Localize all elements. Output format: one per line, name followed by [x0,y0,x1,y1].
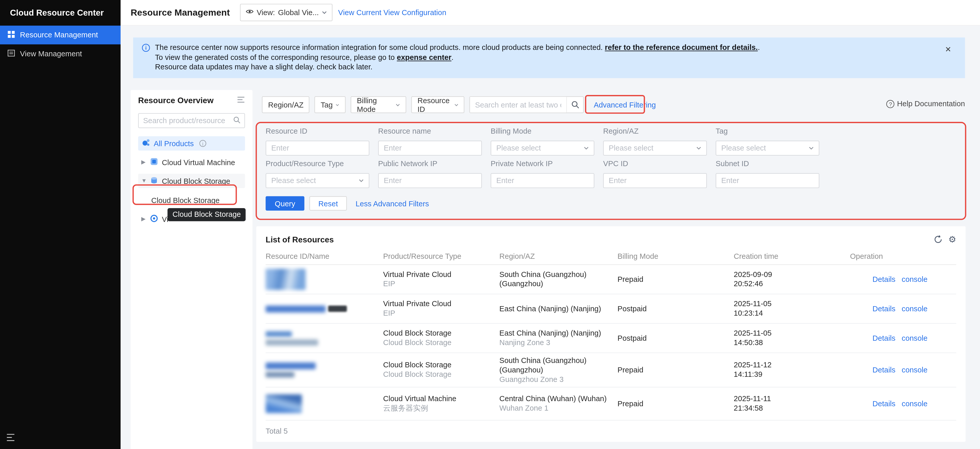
resource-name-input[interactable] [378,140,482,156]
creation-cell: 2025-11-05 10:23:14 [734,295,850,323]
chevron-down-icon [322,10,327,15]
resource-search-box [469,96,584,113]
column-header: Creation time [734,252,850,260]
billing-mode-select[interactable]: Please select [490,140,594,156]
banner-line1-period: . [758,43,760,52]
advanced-filter-panel: Resource ID Resource name Billing Mode P… [266,127,819,192]
tree-item-all-products[interactable]: All Products i [138,136,245,151]
details-link[interactable]: Details [872,365,896,375]
view-select[interactable]: View: Global Vie... [240,4,332,21]
filter-dropdown-resource-id[interactable]: Resource ID [411,96,465,113]
tree-item-cloud-block-storage[interactable]: ▼ Cloud Block Storage [138,174,245,188]
region-cell: South China (Guangzhou) (Guangzhou) [500,265,617,294]
details-link[interactable]: Details [872,275,896,284]
billing-mode: Postpaid [617,333,727,343]
search-icon[interactable] [233,116,241,126]
banner-expense-center-link[interactable]: expense center [397,53,451,61]
created-time: 20:52:46 [734,279,844,289]
region-az-select[interactable]: Please select [603,140,707,156]
details-link[interactable]: Details [872,399,896,409]
filter-dropdown-billing-mode[interactable]: Billing Mode [351,96,406,113]
caret-right-icon[interactable]: ▶ [141,216,146,222]
creation-cell: 2025-11-11 21:34:58 [734,388,850,420]
chevron-down-icon [809,146,814,151]
creation-cell: 2025-11-05 14:50:38 [734,324,850,352]
banner-reference-doc-link[interactable]: refer to the reference document for deta… [605,43,758,52]
resource-id-input[interactable] [266,140,369,156]
product-name: Virtual Private Cloud [383,299,493,309]
billing-cell: Prepaid [617,388,734,420]
operation-cell: Details console [850,388,956,420]
product-cell: Cloud Virtual Machine 云服务器实例 [383,388,500,420]
product-search-input[interactable] [139,116,233,125]
redacted-resource-name [266,306,326,312]
billing-cell: Postpaid [617,295,734,323]
tree-item-label: Cloud Virtual Machine [162,158,235,166]
refresh-icon[interactable] [934,235,943,244]
reset-button[interactable]: Reset [309,196,347,211]
tag-select[interactable]: Please select [716,140,819,156]
tree-item-cloud-virtual-machine[interactable]: ▶ Cloud Virtual Machine [138,155,245,169]
resource-name-cell [266,353,383,387]
resource-overview-title: Resource Overview [138,96,214,105]
view-config-link[interactable]: View Current View Configuration [338,8,446,17]
banner-line-3: Resource data updates may have a slight … [155,62,939,72]
product-search-box [138,113,245,128]
sidebar-collapse-icon[interactable] [6,433,16,442]
vpc-id-input[interactable] [603,173,707,188]
filter-dropdown-region-az[interactable]: Region/AZ [262,96,310,113]
details-link[interactable]: Details [872,333,896,343]
field-resource-name: Resource name [378,127,482,156]
page-title: Resource Management [130,8,230,18]
console-link[interactable]: console [902,333,928,343]
region-cell: Central China (Wuhan) (Wuhan) Wuhan Zone… [500,388,617,420]
sidebar-item-view-management[interactable]: View Management [0,44,121,63]
product-type-select[interactable]: Please select [266,173,369,188]
resource-search-input[interactable] [470,97,566,112]
creation-cell: 2025-09-09 20:52:46 [734,265,850,294]
view-select-label: View: [257,8,275,17]
filter-dropdown-tag[interactable]: Tag [314,96,345,113]
private-ip-input[interactable] [490,173,594,188]
app-title: Cloud Resource Center [0,0,121,25]
console-link[interactable]: console [902,365,928,375]
info-circle-icon[interactable]: i [199,140,206,147]
caret-down-icon[interactable]: ▼ [141,178,146,184]
tree-settings-icon[interactable] [237,96,245,105]
console-link[interactable]: console [902,399,928,409]
help-documentation-link[interactable]: ? Help Documentation [886,99,965,108]
close-icon[interactable]: ✕ [945,45,951,78]
region-zone: Nanjing Zone 3 [500,338,611,348]
field-label: Subnet ID [716,159,819,168]
caret-right-icon[interactable]: ▶ [141,159,146,165]
region-cell: East China (Nanjing) (Nanjing) [500,295,617,323]
redacted-resource-name [266,394,302,413]
filter-dropdown-label: Region/AZ [268,100,303,109]
subnet-id-input[interactable] [716,173,819,188]
console-link[interactable]: console [902,304,928,314]
field-subnet-id: Subnet ID [716,159,819,188]
field-label: Resource ID [266,127,369,136]
operation-cell: Details console [850,265,956,294]
search-icon[interactable] [566,97,583,112]
advanced-filtering-link[interactable]: Advanced Filtering [594,100,656,109]
chevron-down-icon [396,102,400,107]
details-link[interactable]: Details [872,304,896,314]
column-header: Resource ID/Name [266,252,383,260]
region-line: East China (Nanjing) (Nanjing) [500,329,611,338]
less-advanced-filters-link[interactable]: Less Advanced Filters [356,199,429,208]
gear-icon[interactable]: ⚙ [948,235,956,244]
filter-dropdown-label: Resource ID [418,96,451,113]
column-header: Operation [850,252,956,260]
sidebar-item-label: View Management [20,49,82,58]
banner-text-block: The resource center now supports resourc… [155,43,939,78]
query-button[interactable]: Query [266,196,304,211]
field-public-network-ip: Public Network IP [378,159,482,188]
sidebar-item-resource-management[interactable]: Resource Management [0,25,121,44]
public-ip-input[interactable] [378,173,482,188]
table-row: Virtual Private Cloud EIP East China (Na… [266,295,956,324]
tree-item-cloud-block-storage-child[interactable]: Cloud Block Storage [138,193,245,209]
chevron-down-icon [336,102,339,107]
console-link[interactable]: console [902,275,928,284]
product-name: Cloud Virtual Machine [383,394,493,404]
